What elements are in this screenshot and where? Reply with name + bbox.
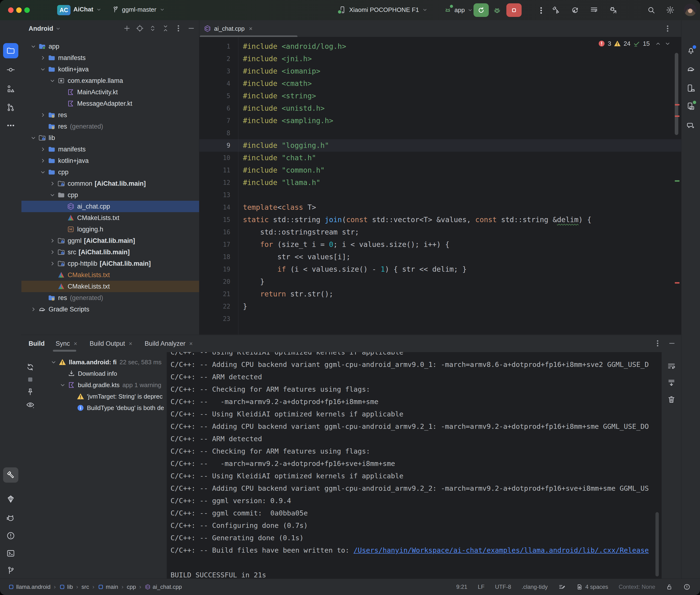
- chevron-right-icon[interactable]: [48, 249, 57, 256]
- sync-icon[interactable]: [26, 363, 35, 372]
- eye-icon[interactable]: [26, 400, 35, 409]
- status-widget[interactable]: [558, 583, 565, 591]
- close-tab-icon[interactable]: ×: [129, 340, 133, 347]
- code-area[interactable]: 3 24 15 1#include <android/log.h>2#inclu…: [199, 37, 681, 335]
- project-view-selector[interactable]: Android: [29, 25, 53, 32]
- tree-item-download-info[interactable]: Download info: [39, 368, 167, 379]
- pull-requests-tool-button[interactable]: [6, 103, 15, 112]
- line-number[interactable]: 21: [199, 288, 239, 300]
- breadcrumb-lib[interactable]: lib: [59, 584, 73, 590]
- inspections-widget[interactable]: 3 24 15: [598, 40, 671, 47]
- tree-item-ai-chat-cpp[interactable]: ai_chat.cpp: [22, 201, 199, 212]
- status-widget-utf-8[interactable]: UTF-8: [495, 584, 511, 590]
- status-widget[interactable]: [666, 583, 673, 591]
- error-stripe-mark[interactable]: [675, 282, 679, 284]
- chevron-right-icon[interactable]: [48, 180, 57, 187]
- terminal-tool-button[interactable]: [6, 549, 15, 558]
- tree-item-gradle-scripts[interactable]: Gradle Scripts: [22, 304, 199, 315]
- search-icon[interactable]: [647, 6, 655, 14]
- chevron-down-icon[interactable]: [48, 77, 57, 84]
- chevron-down-icon[interactable]: [58, 381, 67, 389]
- status-widget--clang-tidy[interactable]: .clang-tidy: [522, 584, 548, 590]
- project-tool-button[interactable]: [3, 43, 18, 58]
- code-line-8[interactable]: 8: [199, 127, 681, 139]
- status-widget-9-21[interactable]: 9:21: [456, 584, 467, 590]
- editor-options-icon[interactable]: [664, 25, 672, 33]
- line-number[interactable]: 5: [199, 90, 239, 102]
- tree-item-llama-android-fi[interactable]: llama.android: fi22 sec, 583 ms: [39, 357, 167, 368]
- chevron-right-icon[interactable]: [38, 111, 48, 119]
- collapse-all-icon[interactable]: [162, 24, 170, 32]
- code-line-3[interactable]: 3#include <iomanip>: [199, 65, 681, 77]
- more-vertical-icon[interactable]: [174, 24, 183, 32]
- code-line-10[interactable]: 10#include "chat.h": [199, 152, 681, 164]
- hide-icon[interactable]: [187, 24, 195, 32]
- line-number[interactable]: 11: [199, 164, 239, 176]
- run-config-selector[interactable]: app: [444, 6, 473, 14]
- chevron-down-icon[interactable]: [29, 43, 38, 50]
- hammer-run-icon[interactable]: [552, 6, 560, 14]
- code-line-13[interactable]: 13: [199, 189, 681, 201]
- minimize-button[interactable]: [16, 7, 22, 13]
- status-widget-context-none[interactable]: Context: None: [619, 584, 655, 590]
- code-line-2[interactable]: 2#include <jni.h>: [199, 53, 681, 65]
- stop-square-icon[interactable]: [26, 375, 35, 384]
- project-selector[interactable]: AiChat: [73, 6, 102, 13]
- tree-item-messageadapter-kt[interactable]: MessageAdapter.kt: [22, 98, 199, 109]
- line-number[interactable]: 15: [199, 214, 239, 226]
- running-devices-button[interactable]: [687, 102, 696, 111]
- locate-icon[interactable]: [136, 24, 144, 32]
- sync-project-icon[interactable]: [571, 6, 579, 14]
- more-tool-windows-button[interactable]: [6, 121, 15, 130]
- status-widget-lf[interactable]: LF: [478, 584, 484, 590]
- tree-item-cpp[interactable]: cpp: [22, 166, 199, 178]
- console-link[interactable]: /Users/hanyin/Workspace/ai-chat/examples…: [354, 546, 649, 554]
- code-line-20[interactable]: 20 }: [199, 276, 681, 288]
- code-line-5[interactable]: 5#include <string>: [199, 90, 681, 102]
- structure-tool-button[interactable]: [6, 84, 15, 93]
- device-manager-button[interactable]: [687, 84, 696, 93]
- breadcrumb[interactable]: llama.android›lib›src›main›cpp›ai_chat.c…: [8, 584, 182, 590]
- build-tab-build-output[interactable]: Build Output×: [89, 335, 132, 352]
- line-number[interactable]: 19: [199, 263, 239, 276]
- profiler-icon[interactable]: [609, 6, 617, 14]
- stop-button[interactable]: [506, 3, 522, 17]
- breadcrumb-ai-chat-cpp[interactable]: ai_chat.cpp: [145, 584, 182, 590]
- gradle-tool-button[interactable]: [687, 64, 696, 74]
- notifications-bell-icon[interactable]: [687, 46, 696, 55]
- tree-item-build-gradle-kts[interactable]: build.gradle.ktsapp 1 warning: [39, 379, 167, 391]
- console-scrollbar[interactable]: [655, 512, 659, 576]
- tree-item-lib[interactable]: lib: [22, 132, 199, 144]
- tree-item-res[interactable]: res: [22, 109, 199, 121]
- tree-item-cmakelists-txt[interactable]: CMakeLists.txt: [22, 269, 199, 281]
- code-line-9[interactable]: 9#include "logging.h": [199, 139, 681, 152]
- chevron-down-icon[interactable]: [48, 192, 57, 199]
- code-line-17[interactable]: 17 for (size_t i = 0; i < values.size();…: [199, 238, 681, 251]
- chevron-right-icon[interactable]: [38, 157, 48, 164]
- expand-all-icon[interactable]: [149, 24, 157, 32]
- breadcrumb-main[interactable]: main: [97, 584, 118, 590]
- tree-item--jvmtarget-string-is-deprec[interactable]: 'jvmTarget: String' is deprec: [39, 391, 167, 402]
- line-number[interactable]: 4: [199, 77, 239, 90]
- chevron-right-icon[interactable]: [38, 146, 48, 153]
- line-number[interactable]: 7: [199, 115, 239, 127]
- line-number[interactable]: 9: [199, 139, 239, 152]
- breadcrumb-cpp[interactable]: cpp: [127, 584, 136, 590]
- version-control-tool-button[interactable]: [6, 566, 15, 575]
- chevron-down-icon[interactable]: [38, 66, 48, 73]
- close-button[interactable]: [8, 7, 13, 13]
- line-number[interactable]: 18: [199, 251, 239, 263]
- pin-icon[interactable]: [26, 387, 35, 396]
- code-line-19[interactable]: 19 if (i < values.size() - 1) { str << d…: [199, 263, 681, 276]
- tree-item-kotlin-java[interactable]: kotlin+java: [22, 155, 199, 166]
- line-number[interactable]: 17: [199, 238, 239, 251]
- tree-item-res[interactable]: res(generated): [22, 292, 199, 304]
- tree-item-cpp[interactable]: cpp: [22, 189, 199, 201]
- build-variants-icon[interactable]: [590, 6, 598, 14]
- code-line-4[interactable]: 4#include <cmath>: [199, 77, 681, 90]
- code-line-14[interactable]: 14template<class T>: [199, 201, 681, 214]
- tree-item-common[interactable]: common[AiChat.lib.main]: [22, 178, 199, 189]
- line-number[interactable]: 1: [199, 40, 239, 53]
- rerun-button[interactable]: [474, 3, 489, 17]
- chevron-down-icon[interactable]: [29, 134, 38, 141]
